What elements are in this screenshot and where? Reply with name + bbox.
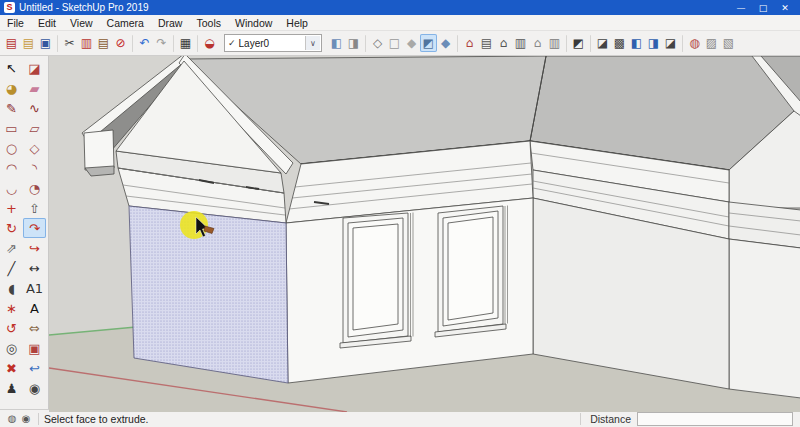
- text-tool[interactable]: A1: [23, 278, 46, 298]
- window-title: Untitled - SketchUp Pro 2019: [19, 2, 730, 13]
- title-bar: S Untitled - SketchUp Pro 2019 — □ ✕: [0, 0, 800, 15]
- top-view-button[interactable]: ▤: [478, 34, 495, 52]
- window-2[interactable]: [435, 206, 508, 338]
- close-button[interactable]: ✕: [774, 3, 796, 13]
- menu-item[interactable]: Edit: [31, 15, 63, 30]
- menu-item[interactable]: Draw: [151, 15, 190, 30]
- minimize-button[interactable]: —: [730, 3, 752, 13]
- protractor-tool[interactable]: ◖: [0, 278, 23, 298]
- save-button[interactable]: ▣: [37, 34, 54, 52]
- monochrome-button[interactable]: ◆: [437, 34, 454, 52]
- tape-measure-tool[interactable]: ╱: [0, 258, 23, 278]
- chevron-down-icon[interactable]: ∨: [305, 36, 320, 50]
- left-view-button[interactable]: ▥: [546, 34, 563, 52]
- east-wall[interactable]: [729, 239, 800, 398]
- fascia-return-block: [84, 130, 114, 170]
- wireframe-button[interactable]: ◇: [369, 34, 386, 52]
- cut-button[interactable]: ✂: [61, 34, 78, 52]
- copy-button[interactable]: ▥: [78, 34, 95, 52]
- right-view-button[interactable]: ▥: [512, 34, 529, 52]
- subtract-button[interactable]: ◧: [628, 34, 645, 52]
- orbit-tool[interactable]: ↺: [0, 318, 23, 338]
- polygon-tool[interactable]: ◇: [23, 138, 46, 158]
- shaded-textures-button[interactable]: ◩: [420, 34, 437, 52]
- eraser-tool[interactable]: ▰: [23, 78, 46, 98]
- print-button[interactable]: ▦: [177, 34, 194, 52]
- layer-check-icon: ✓: [225, 38, 239, 48]
- rotated-rectangle-tool[interactable]: ▱: [23, 118, 46, 138]
- offset-tool[interactable]: ↪: [23, 238, 46, 258]
- move-tool[interactable]: +: [0, 198, 23, 218]
- pan-tool[interactable]: ⇔: [23, 318, 46, 338]
- hidden-line-button[interactable]: □: [386, 34, 403, 52]
- walk-tool[interactable]: ♟: [0, 378, 23, 398]
- open-button[interactable]: ▤: [20, 34, 37, 52]
- menu-item[interactable]: View: [63, 15, 100, 30]
- menu-item[interactable]: Help: [279, 15, 315, 30]
- model-info-button[interactable]: ◒: [201, 34, 218, 52]
- rotate-tool[interactable]: ↻: [0, 218, 23, 238]
- erase-button[interactable]: ⊘: [112, 34, 129, 52]
- section-display-button[interactable]: ▨: [703, 34, 720, 52]
- toolbar-separator: [457, 35, 458, 52]
- scale-tool[interactable]: ⇗: [0, 238, 23, 258]
- three-d-text-tool[interactable]: A: [23, 298, 46, 318]
- iso-view-button[interactable]: ⌂: [461, 34, 478, 52]
- geolocation-icon[interactable]: ◍: [5, 413, 19, 424]
- menu-item[interactable]: Window: [228, 15, 279, 30]
- select-tool[interactable]: ↖: [0, 58, 23, 78]
- redo-button[interactable]: ↷: [153, 34, 170, 52]
- look-around-tool[interactable]: ◉: [23, 378, 46, 398]
- intersect-button[interactable]: ◪: [594, 34, 611, 52]
- paint-bucket-tool[interactable]: ◕: [0, 78, 23, 98]
- zoom-window-tool[interactable]: ▣: [23, 338, 46, 358]
- menu-bar: File Edit View Camera Draw Tools Window …: [0, 15, 800, 31]
- menu-item[interactable]: Tools: [189, 15, 228, 30]
- trim-button[interactable]: ◨: [645, 34, 662, 52]
- model-viewport[interactable]: [49, 56, 800, 409]
- distance-label: Distance: [590, 413, 631, 425]
- arc-tool[interactable]: ◠: [0, 158, 23, 178]
- freehand-tool[interactable]: ∿: [23, 98, 46, 118]
- paste-button[interactable]: ▤: [95, 34, 112, 52]
- section-plane-button[interactable]: ◍: [686, 34, 703, 52]
- line-tool[interactable]: ✎: [0, 98, 23, 118]
- three-point-arc-tool[interactable]: ◡: [0, 178, 23, 198]
- new-button[interactable]: ▤: [3, 34, 20, 52]
- shaded-button[interactable]: ◆: [403, 34, 420, 52]
- circle-tool[interactable]: ○: [0, 138, 23, 158]
- distance-input[interactable]: [637, 412, 793, 426]
- union-button[interactable]: ▩: [611, 34, 628, 52]
- rectangle-tool[interactable]: ▭: [0, 118, 23, 138]
- back-view-button[interactable]: ⌂: [529, 34, 546, 52]
- pie-tool[interactable]: ◔: [23, 178, 46, 198]
- zoom-tool[interactable]: ◎: [0, 338, 23, 358]
- tool-palette: ↖ ◪ ◕ ▰ ✎ ∿ ▭ ▱ ○ ◇ ◠ ◝: [0, 56, 49, 409]
- follow-me-tool[interactable]: ↷: [23, 218, 46, 238]
- sketchup-window: S Untitled - SketchUp Pro 2019 — □ ✕ Fil…: [0, 0, 800, 427]
- two-point-arc-tool[interactable]: ◝: [23, 158, 46, 178]
- back-edges-button[interactable]: ◨: [345, 34, 362, 52]
- toolbar-separator: [197, 35, 198, 52]
- dimension-tool[interactable]: ↔: [23, 258, 46, 278]
- section-cuts-button[interactable]: ▧: [720, 34, 737, 52]
- previous-view-tool[interactable]: ↩: [23, 358, 46, 378]
- outer-shell-button[interactable]: ◩: [570, 34, 587, 52]
- axes-tool[interactable]: ∗: [0, 298, 23, 318]
- layer-dropdown[interactable]: ✓ Layer0 ∨: [224, 34, 322, 52]
- window-1[interactable]: [340, 213, 413, 349]
- zoom-extents-tool[interactable]: ✖: [0, 358, 23, 378]
- menu-item[interactable]: File: [0, 15, 31, 30]
- main-toolbar: ▤ ▤ ▣ ✂ ▥ ▤ ⊘ ↶ ↷: [0, 31, 800, 56]
- toolbar-separator: [566, 35, 567, 52]
- front-view-button[interactable]: ⌂: [495, 34, 512, 52]
- undo-button[interactable]: ↶: [136, 34, 153, 52]
- make-component-tool[interactable]: ◪: [23, 58, 46, 78]
- xray-mode-button[interactable]: ◧: [328, 34, 345, 52]
- maximize-button[interactable]: □: [752, 3, 774, 13]
- push-pull-tool[interactable]: ⇧: [23, 198, 46, 218]
- toolbar-separator: [173, 35, 174, 52]
- credits-icon[interactable]: ◉: [19, 413, 33, 424]
- menu-item[interactable]: Camera: [100, 15, 151, 30]
- split-button[interactable]: ◪: [662, 34, 679, 52]
